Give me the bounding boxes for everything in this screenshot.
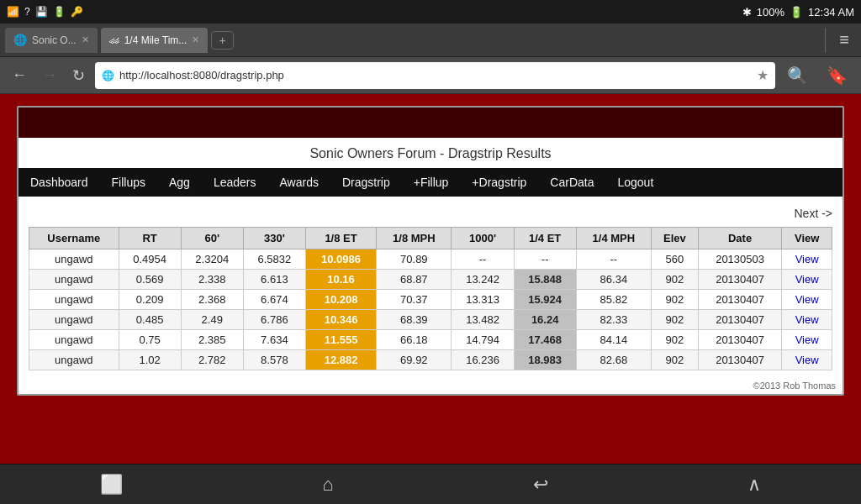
table-cell: 20130407 — [698, 310, 782, 330]
back-button[interactable]: ← — [7, 63, 32, 87]
content-area: Next -> Username RT 60' 330' 1/8 ET 1/8 … — [18, 197, 843, 377]
table-cell: 10.208 — [305, 290, 376, 310]
site-lock-icon: 🌐 — [102, 70, 114, 81]
table-cell: 902 — [652, 290, 699, 310]
nav-dashboard[interactable]: Dashboard — [18, 168, 100, 197]
scroll-up-button[interactable]: ∧ — [731, 467, 778, 502]
col-14mph: 1/4 MPH — [576, 228, 651, 249]
nav-plus-dragstrip[interactable]: +Dragstrip — [460, 168, 538, 197]
table-row: ungawd0.4852.496.78610.34668.3913.48216.… — [29, 310, 832, 330]
table-cell: 2.368 — [181, 290, 243, 310]
browser-tabs-bar: 🌐 Sonic O... ✕ 🏎 1/4 Mile Tim... ✕ + ≡ — [0, 24, 861, 57]
wifi-icon: 📶 — [7, 6, 19, 18]
table-cell: ungawd — [29, 330, 119, 350]
table-cell: 6.613 — [243, 270, 305, 290]
nav-plus-fillup[interactable]: +Fillup — [402, 168, 461, 197]
forward-button[interactable]: → — [37, 63, 62, 87]
table-cell: 11.555 — [305, 330, 376, 350]
nav-leaders[interactable]: Leaders — [202, 168, 268, 197]
table-cell: 20130407 — [698, 330, 782, 350]
nav-awards[interactable]: Awards — [267, 168, 330, 197]
nav-logout[interactable]: Logout — [605, 168, 665, 197]
table-cell: 7.634 — [243, 330, 305, 350]
table-row: ungawd0.49542.32046.583210.098670.89----… — [29, 249, 832, 270]
view-link[interactable]: View — [782, 330, 832, 350]
nav-fillups[interactable]: Fillups — [100, 168, 157, 197]
tab-dragstrip-icon: 🏎 — [109, 34, 119, 46]
table-cell: 2.338 — [181, 270, 243, 290]
table-row: ungawd1.022.7828.57812.88269.9216.23618.… — [29, 350, 832, 370]
col-date: Date — [698, 228, 782, 249]
table-cell: ungawd — [29, 290, 119, 310]
results-table: Username RT 60' 330' 1/8 ET 1/8 MPH 1000… — [29, 227, 832, 370]
page-title: Sonic Owners Forum - Dragstrip Results — [18, 138, 843, 168]
nav-bar: ← → ↻ 🌐 ★ 🔍 🔖 — [0, 57, 861, 94]
table-cell: 6.5832 — [243, 249, 305, 270]
nav-cardata[interactable]: CarData — [538, 168, 605, 197]
table-cell: 82.68 — [576, 350, 651, 370]
table-cell: 13.242 — [452, 270, 514, 290]
page-container: Sonic Owners Forum - Dragstrip Results D… — [17, 106, 844, 396]
search-button[interactable]: 🔍 — [780, 62, 815, 89]
table-cell: 13.313 — [452, 290, 514, 310]
table-cell: 902 — [652, 350, 699, 370]
back-nav-button[interactable]: ↩ — [516, 467, 565, 502]
col-1000ft: 1000' — [452, 228, 514, 249]
tab-globe-icon: 🌐 — [13, 34, 27, 46]
table-cell: 84.14 — [576, 330, 651, 350]
battery-percent: 100% — [757, 6, 784, 18]
table-cell: -- — [576, 249, 651, 270]
table-cell: 82.33 — [576, 310, 651, 330]
table-cell: 14.794 — [452, 330, 514, 350]
table-cell: -- — [452, 249, 514, 270]
table-cell: 0.4954 — [119, 249, 181, 270]
table-cell: ungawd — [29, 310, 119, 330]
table-cell: 10.0986 — [305, 249, 376, 270]
view-link[interactable]: View — [782, 350, 832, 370]
tab-sonic-close[interactable]: ✕ — [82, 34, 89, 45]
menu-button[interactable]: ≡ — [832, 27, 856, 53]
next-link[interactable]: Next -> — [794, 207, 832, 220]
nav-agg[interactable]: Agg — [157, 168, 202, 197]
status-right-icons: ✱ 100% 🔋 12:34 AM — [742, 6, 854, 18]
table-cell: 10.16 — [305, 270, 376, 290]
table-cell: 20130407 — [698, 350, 782, 370]
url-input[interactable] — [119, 69, 752, 81]
page-header-bar — [18, 108, 843, 138]
col-elev: Elev — [652, 228, 699, 249]
table-cell: 20130503 — [698, 249, 782, 270]
signal-icon: ? — [24, 6, 30, 18]
table-cell: 66.18 — [377, 330, 452, 350]
table-cell: 85.82 — [576, 290, 651, 310]
view-link[interactable]: View — [782, 270, 832, 290]
refresh-button[interactable]: ↻ — [67, 63, 90, 88]
tab-sonic[interactable]: 🌐 Sonic O... ✕ — [5, 28, 98, 53]
view-link[interactable]: View — [782, 290, 832, 310]
tab-dragstrip[interactable]: 🏎 1/4 Mile Tim... ✕ — [101, 28, 209, 53]
view-link[interactable]: View — [782, 249, 832, 270]
table-row: ungawd0.752.3857.63411.55566.1814.79417.… — [29, 330, 832, 350]
view-link[interactable]: View — [782, 310, 832, 330]
table-cell: 8.578 — [243, 350, 305, 370]
url-bar[interactable]: 🌐 ★ — [95, 62, 775, 89]
main-content: Sonic Owners Forum - Dragstrip Results D… — [0, 94, 861, 464]
home-button[interactable]: ⌂ — [305, 467, 350, 502]
table-cell: 68.87 — [377, 270, 452, 290]
table-cell: 86.34 — [576, 270, 651, 290]
add-tab-button[interactable]: + — [211, 31, 233, 50]
table-cell: 1.02 — [119, 350, 181, 370]
col-username: Username — [29, 228, 119, 249]
table-cell: 2.3204 — [181, 249, 243, 270]
table-cell: ungawd — [29, 270, 119, 290]
bookmarks-button[interactable]: 🔖 — [820, 62, 854, 89]
nav-dragstrip[interactable]: Dragstrip — [330, 168, 402, 197]
table-cell: 15.848 — [514, 270, 576, 290]
key-icon: 🔑 — [71, 6, 83, 18]
recent-apps-button[interactable]: ⬜ — [83, 467, 140, 502]
table-cell: 0.75 — [119, 330, 181, 350]
bookmark-star-icon[interactable]: ★ — [757, 67, 769, 83]
table-row: ungawd0.2092.3686.67410.20870.3713.31315… — [29, 290, 832, 310]
table-cell: 10.346 — [305, 310, 376, 330]
tab-dragstrip-label: 1/4 Mile Tim... — [124, 34, 188, 46]
tab-dragstrip-close[interactable]: ✕ — [192, 34, 199, 45]
